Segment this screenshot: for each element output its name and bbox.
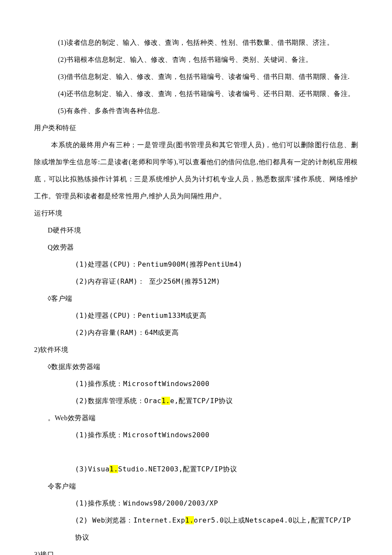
list-item-1: (1)读者信息的制定、输入、修改、查询，包括种类、性别、借书数量、借书期限、济注… — [34, 34, 358, 51]
heading-hardware-env: D硬件环境 — [34, 222, 358, 239]
list-item-4: (4)还书信息制定、输入、修改、查询，包括书籍编号、读者编号、还书日期、还书期限… — [34, 85, 358, 102]
heading-user-types: 用户类和特征 — [34, 119, 358, 137]
heading-client: ◊客户端 — [34, 290, 358, 307]
text-fragment: (2) Web浏览器：Internet.Exp — [75, 516, 185, 524]
heading-software-env: 2)软件环境 — [34, 341, 358, 358]
paragraph-user-types: 本系统的最终用户有三种；一是管理员(图书管理员和其它管理人员)，他们可以删除图行… — [34, 137, 358, 205]
heading-web-server: 。Web效劳器端 — [34, 410, 358, 427]
web-spec-os: (1)操作系统：MicrosoftWindows2000 — [34, 427, 358, 444]
highlight-text: 1. — [161, 397, 170, 405]
client-spec-cpu: (1)处理器(CPU)：Pentium133M或更高 — [34, 307, 358, 324]
web-spec-blank — [34, 444, 358, 461]
db-spec-dbms: (2)数据库管理系统：Orac1.e,配置TCP/IP协议 — [34, 392, 358, 410]
client-spec-ram: (2)内存容量(RAM)：64M或更高 — [34, 324, 358, 341]
text-fragment: (3)Visua — [75, 465, 110, 473]
highlight-text: 1. — [185, 516, 194, 524]
server-spec-cpu: (1)处理器(CPU)：Pentium900M(推荐PentiUm4) — [34, 256, 358, 273]
server-spec-ram: (2)内存容证(RAM)： 至少256M(推荐512M) — [34, 273, 358, 290]
db-spec-os: (1)操作系统：MicrosoftWindows2000 — [34, 375, 358, 392]
heading-runtime-env: 运行环境 — [34, 205, 358, 222]
list-item-5: (5)有条件、多条件杳询各种信息. — [34, 102, 358, 119]
highlight-text: 1. — [110, 465, 118, 473]
web-spec-ide: (3)Visua1.Studio.NET2003,配置TCP/IP协议 — [34, 461, 358, 478]
client2-spec-browser: (2) Web浏览器：Internet.Exp1.orer5.0以上或Netsc… — [34, 512, 358, 546]
text-fragment: (2)数据库管理系统：Orac — [75, 397, 161, 405]
heading-db-server: ◊数据库效劳器端 — [34, 358, 358, 375]
heading-client-2: 令客户端 — [34, 478, 358, 495]
list-item-3: (3)借书信息制定、输入、修改、查询，包括书籍编号、读者编号、借书日期、借书期限… — [34, 68, 358, 85]
heading-interface: 3)接口 — [34, 546, 358, 555]
list-item-2: (2)书籍根本信息制定、输入、修改、杳询，包括书籍编号、类别、关键词、备注。 — [34, 51, 358, 68]
text-fragment: Studio.NET2003,配置TCP/IP协议 — [118, 465, 237, 473]
text-fragment: e,配置TCP/IP协议 — [170, 397, 233, 405]
heading-server: Q效劳器 — [34, 239, 358, 256]
client2-spec-os: (1)操作系统：Windows98/2000/2003/XP — [34, 495, 358, 512]
